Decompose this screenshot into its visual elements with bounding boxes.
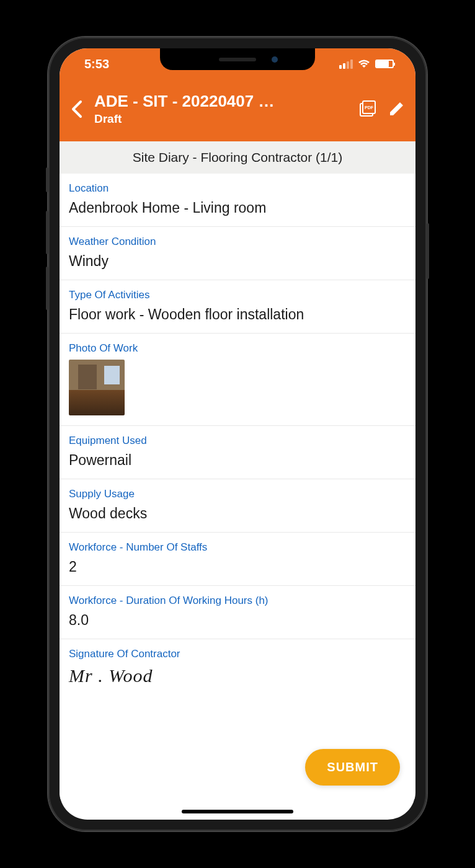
battery-icon [375, 60, 394, 68]
photo-field[interactable]: Photo Of Work [60, 334, 415, 426]
signature-field[interactable]: Signature Of Contractor Mr . Wood [60, 639, 415, 696]
phone-screen: 5:53 ADE - SIT - 20220407 … Draft PDF [60, 48, 415, 820]
signature-value: Mr . Wood [69, 665, 406, 686]
location-field[interactable]: Location Adenbrook Home - Living room [60, 174, 415, 227]
hours-field[interactable]: Workforce - Duration Of Working Hours (h… [60, 586, 415, 639]
hours-label: Workforce - Duration Of Working Hours (h… [69, 595, 406, 607]
weather-field[interactable]: Weather Condition Windy [60, 227, 415, 280]
photo-thumbnail[interactable] [69, 360, 125, 415]
pdf-icon[interactable]: PDF [358, 100, 377, 118]
notch [160, 48, 315, 70]
home-indicator[interactable] [182, 810, 293, 813]
activities-value: Floor work - Wooden floor installation [69, 306, 406, 323]
equipment-label: Equipment Used [69, 435, 406, 447]
photo-label: Photo Of Work [69, 342, 406, 355]
staffs-value: 2 [69, 559, 406, 575]
status-icons [339, 60, 394, 69]
activities-field[interactable]: Type Of Activities Floor work - Wooden f… [60, 280, 415, 334]
weather-label: Weather Condition [69, 236, 406, 248]
volume-down-button [46, 267, 48, 310]
supply-value: Wood decks [69, 505, 406, 522]
page-title: ADE - SIT - 20220407 … [94, 92, 347, 111]
supply-field[interactable]: Supply Usage Wood decks [60, 479, 415, 533]
power-button [427, 223, 429, 279]
svg-text:PDF: PDF [365, 105, 374, 110]
staffs-label: Workforce - Number Of Staffs [69, 541, 406, 554]
location-label: Location [69, 182, 406, 195]
volume-up-button [46, 211, 48, 254]
cellular-signal-icon [339, 60, 353, 69]
speaker [219, 58, 256, 61]
front-camera [272, 56, 278, 63]
equipment-field[interactable]: Equipment Used Powernail [60, 426, 415, 479]
back-arrow-icon[interactable] [71, 99, 83, 119]
staffs-field[interactable]: Workforce - Number Of Staffs 2 [60, 533, 415, 586]
signature-label: Signature Of Contractor [69, 648, 406, 660]
app-header: ADE - SIT - 20220407 … Draft PDF [60, 79, 415, 141]
hours-value: 8.0 [69, 612, 406, 629]
location-value: Adenbrook Home - Living room [69, 200, 406, 216]
mute-switch [46, 167, 48, 192]
header-title-block: ADE - SIT - 20220407 … Draft [94, 92, 347, 126]
form-content[interactable]: Location Adenbrook Home - Living room We… [60, 174, 415, 799]
phone-mockup-frame: 5:53 ADE - SIT - 20220407 … Draft PDF [48, 37, 427, 831]
status-time: 5:53 [84, 57, 109, 71]
draft-status: Draft [94, 112, 347, 126]
supply-label: Supply Usage [69, 488, 406, 500]
section-header: Site Diary - Flooring Contractor (1/1) [60, 141, 415, 174]
submit-button[interactable]: SUBMIT [305, 749, 400, 786]
equipment-value: Powernail [69, 452, 406, 469]
wifi-icon [358, 60, 370, 69]
weather-value: Windy [69, 253, 406, 270]
edit-pencil-icon[interactable] [388, 101, 404, 117]
activities-label: Type Of Activities [69, 289, 406, 301]
